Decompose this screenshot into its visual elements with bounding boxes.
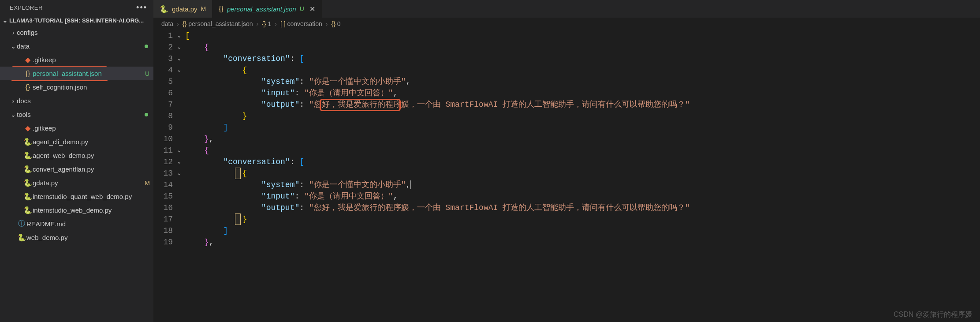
code-line[interactable]: [	[185, 30, 980, 41]
code-line[interactable]: "system": "你是一个懂中文的小助手",	[185, 76, 980, 87]
file-agent_cli_demo.py[interactable]: 🐍agent_cli_demo.py	[0, 135, 153, 149]
line-number: 18	[163, 225, 173, 236]
chevron-down-icon: ⌄	[10, 111, 17, 118]
file-label: internstudio_web_demo.py	[33, 206, 153, 214]
folder-data[interactable]: ⌄data	[0, 39, 153, 53]
code-line[interactable]: "conversation": [	[185, 53, 980, 64]
fold-icon[interactable]: ⌄	[175, 53, 181, 64]
close-icon[interactable]: ✕	[309, 5, 315, 13]
file-convert_agentflan.py[interactable]: 🐍convert_agentflan.py	[0, 162, 153, 176]
code-line[interactable]: ]	[185, 225, 980, 236]
line-gutter: 1⌄2⌄3⌄4⌄567891011⌄12⌄13⌄141516171819	[153, 30, 185, 322]
file-.gitkeep[interactable]: ◆.gitkeep	[0, 53, 153, 67]
line-number: 14	[163, 179, 173, 191]
file-agent_web_demo.py[interactable]: 🐍agent_web_demo.py	[0, 149, 153, 162]
file-.gitkeep[interactable]: ◆.gitkeep	[0, 121, 153, 135]
file-internstudio_web_demo.py[interactable]: 🐍internstudio_web_demo.py	[0, 203, 153, 217]
fold-icon[interactable]: ⌄	[175, 168, 181, 179]
line-number: 1	[168, 30, 173, 41]
tab-gdata.py[interactable]: 🐍gdata.pyM	[153, 0, 212, 18]
fold-icon[interactable]: ⌄	[175, 156, 181, 168]
line-number: 19	[163, 236, 173, 248]
breadcrumb-icon: {}	[332, 20, 335, 27]
file-web_demo.py[interactable]: 🐍web_demo.py	[0, 231, 153, 244]
chevron-right-icon: ›	[10, 29, 17, 36]
folder-docs[interactable]: ›docs	[0, 94, 153, 108]
fold-icon[interactable]: ⌄	[175, 41, 181, 53]
chevron-down-icon: ⌄	[10, 43, 17, 50]
breadcrumb-label: personal_assistant.json	[188, 20, 253, 27]
py-file-icon: 🐍	[23, 206, 33, 214]
fold-icon[interactable]: ⌄	[175, 30, 181, 41]
code-line[interactable]: },	[185, 236, 980, 248]
file-label: .gitkeep	[33, 124, 153, 132]
fold-icon[interactable]: ⌄	[175, 64, 181, 76]
breadcrumb-item[interactable]: data	[161, 20, 173, 27]
file-label: personal_assistant.json	[33, 70, 141, 77]
breadcrumb-item[interactable]: [ ] conversation	[280, 20, 322, 27]
breadcrumb-separator-icon: ›	[326, 20, 328, 27]
py-file-icon: 🐍	[160, 5, 168, 13]
py-file-icon: 🐍	[23, 179, 33, 187]
line-number: 10	[163, 133, 173, 145]
code-line[interactable]: "output": "您好，我是爱旅行的程序媛，一个由 SmartFlowAI …	[185, 202, 980, 213]
code-line[interactable]: "input": "你是（请用中文回答）",	[185, 191, 980, 202]
breadcrumb-separator-icon: ›	[256, 20, 258, 27]
code-line[interactable]: "input": "你是（请用中文回答）",	[185, 87, 980, 99]
code-line[interactable]: {	[185, 145, 980, 156]
breadcrumb-label: 1	[268, 20, 271, 27]
modified-dot-icon	[145, 45, 148, 48]
tab-status: U	[300, 5, 304, 12]
code-editor[interactable]: 1⌄2⌄3⌄4⌄567891011⌄12⌄13⌄141516171819 [ {…	[153, 30, 980, 322]
code-content[interactable]: [ { "conversation": [ { "system": "你是一个懂…	[185, 30, 980, 322]
watermark: CSDN @爱旅行的程序媛	[894, 310, 972, 319]
code-line[interactable]: "conversation": [	[185, 156, 980, 168]
file-label: gdata.py	[33, 179, 141, 187]
py-file-icon: 🐍	[23, 192, 33, 201]
folder-configs[interactable]: ›configs	[0, 26, 153, 39]
code-line[interactable]: {	[185, 41, 980, 53]
explorer-more-icon[interactable]: •••	[136, 3, 147, 12]
line-number: 15	[163, 191, 173, 202]
line-number: 6	[168, 87, 173, 99]
chevron-right-icon: ›	[10, 97, 17, 105]
breadcrumb[interactable]: data›{} personal_assistant.json›{} 1›[ ]…	[153, 18, 980, 30]
tab-personal_assistant.json[interactable]: {}personal_assistant.jsonU✕	[212, 0, 322, 18]
file-self_cognition.json[interactable]: {}self_cognition.json	[0, 80, 153, 94]
project-name: LLAMA3-TUTORIAL [SSH: SSH.INTERN-AI.ORG.…	[9, 17, 144, 24]
code-line[interactable]: {	[185, 168, 980, 179]
code-line[interactable]: "system": "你是一个懂中文的小助手",	[185, 179, 980, 191]
breadcrumb-icon: {}	[262, 20, 266, 27]
code-line[interactable]: }	[185, 213, 980, 225]
file-internstudio_quant_web_demo.py[interactable]: 🐍internstudio_quant_web_demo.py	[0, 190, 153, 203]
breadcrumb-item[interactable]: {} 0	[332, 20, 341, 27]
fold-icon[interactable]: ⌄	[175, 145, 181, 156]
code-line[interactable]: }	[185, 110, 980, 122]
file-label: .gitkeep	[33, 56, 153, 64]
line-number: 11	[163, 145, 173, 156]
breadcrumb-item[interactable]: {} 1	[262, 20, 271, 27]
json-file-icon: {}	[23, 70, 33, 78]
json-file-icon: {}	[219, 5, 224, 13]
modified-dot-icon	[145, 113, 148, 116]
code-line[interactable]: "output": "您好，我是爱旅行的程序媛，一个由 SmartFlowAI …	[185, 99, 980, 110]
explorer-sidebar: EXPLORER ••• ⌄ LLAMA3-TUTORIAL [SSH: SSH…	[0, 0, 153, 322]
breadcrumb-icon: {}	[183, 20, 186, 27]
breadcrumb-icon: [ ]	[280, 20, 286, 27]
file-tree: ›configs⌄data◆.gitkeep{}personal_assista…	[0, 26, 153, 244]
line-number: 8	[168, 110, 173, 122]
code-line[interactable]: {	[185, 64, 980, 76]
breadcrumb-item[interactable]: {} personal_assistant.json	[183, 20, 253, 27]
project-header[interactable]: ⌄ LLAMA3-TUTORIAL [SSH: SSH.INTERN-AI.OR…	[0, 15, 153, 26]
json-file-icon: {}	[23, 83, 33, 91]
code-line[interactable]: },	[185, 133, 980, 145]
tab-bar: 🐍gdata.pyM{}personal_assistant.jsonU✕	[153, 0, 980, 18]
folder-tools[interactable]: ⌄tools	[0, 108, 153, 121]
file-personal_assistant.json[interactable]: {}personal_assistant.jsonU	[0, 67, 153, 80]
file-gdata.py[interactable]: 🐍gdata.pyM	[0, 176, 153, 190]
file-README.md[interactable]: ⓘREADME.md	[0, 217, 153, 231]
py-file-icon: 🐍	[23, 151, 33, 160]
folder-label: configs	[17, 29, 153, 36]
line-number: 3	[168, 53, 173, 64]
code-line[interactable]: ]	[185, 122, 980, 133]
